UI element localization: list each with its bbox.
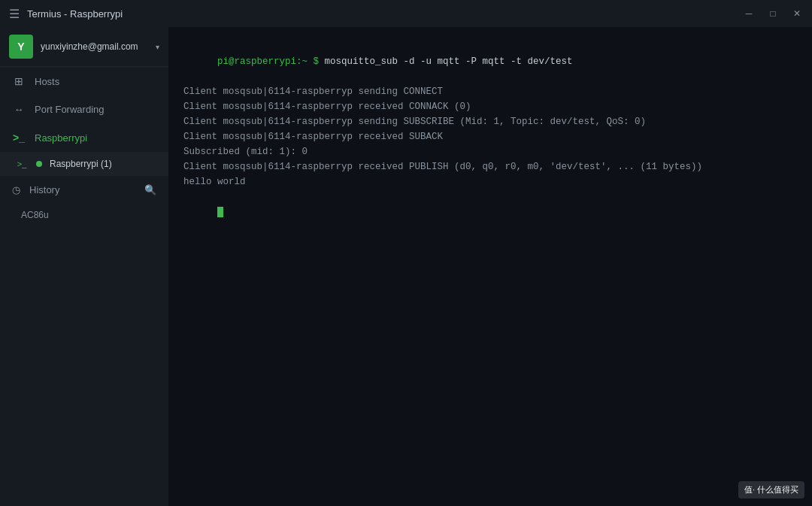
user-email: yunxiyinzhe@gmail.com (41, 41, 148, 52)
history-item-ac86u[interactable]: AC86u (0, 204, 168, 226)
maximize-button[interactable]: □ (767, 8, 779, 19)
user-row[interactable]: Y yunxiyinzhe@gmail.com ▾ (0, 27, 168, 67)
terminal-cursor (217, 207, 223, 217)
titlebar: ☰ Termius - Raspberrypi ─ □ ✕ (0, 0, 812, 27)
close-button[interactable]: ✕ (791, 8, 803, 19)
hamburger-icon[interactable]: ☰ (9, 7, 20, 21)
titlebar-left: ☰ Termius - Raspberrypi (9, 7, 123, 21)
session-item-raspberrypi-1[interactable]: >_ Raspberrypi (1) (0, 152, 168, 176)
terminal-panel[interactable]: pi@raspberrypi:~ $ mosquitto_sub -d -u m… (168, 27, 812, 506)
history-header: ◷ History 🔍 (0, 176, 168, 204)
chevron-down-icon: ▾ (156, 43, 159, 51)
history-item-label: AC86u (21, 210, 49, 220)
session-active-dot (36, 161, 42, 167)
terminal-line-4: Client mosqsub|6114-raspberryp received … (183, 129, 797, 144)
terminal-icon: >_ (12, 132, 26, 144)
terminal-line-5: Subscribed (mid: 1): 0 (183, 144, 797, 159)
terminal-cursor-line (183, 189, 797, 235)
titlebar-title: Termius - Raspberrypi (27, 8, 123, 20)
hosts-icon: ⊞ (12, 75, 26, 87)
terminal-line-1: Client mosqsub|6114-raspberryp sending C… (183, 84, 797, 99)
terminal-prompt: pi@raspberrypi:~ $ (217, 56, 325, 67)
sidebar-item-raspberrypi[interactable]: >_ Raspberrypi (0, 123, 168, 152)
terminal-line-2: Client mosqsub|6114-raspberryp received … (183, 99, 797, 114)
search-icon[interactable]: 🔍 (144, 184, 156, 195)
terminal-line-3: Client mosqsub|6114-raspberryp sending S… (183, 114, 797, 129)
session-label: Raspberrypi (1) (50, 159, 156, 169)
minimize-button[interactable]: ─ (743, 8, 755, 19)
history-label: History (29, 184, 135, 195)
terminal-small-icon: >_ (15, 159, 29, 168)
main-layout: Y yunxiyinzhe@gmail.com ▾ ⊞ Hosts ↔ Port… (0, 27, 812, 506)
watermark: 值· 什么值得买 (738, 481, 804, 498)
sidebar-item-label: Raspberrypi (35, 132, 156, 144)
sidebar: Y yunxiyinzhe@gmail.com ▾ ⊞ Hosts ↔ Port… (0, 27, 168, 506)
terminal-line-6: Client mosqsub|6114-raspberryp received … (183, 159, 797, 174)
history-icon: ◷ (12, 184, 20, 195)
sidebar-item-label: Hosts (35, 76, 156, 87)
titlebar-controls: ─ □ ✕ (743, 8, 803, 19)
sidebar-item-label: Port Forwarding (35, 104, 156, 115)
sidebar-item-hosts[interactable]: ⊞ Hosts (0, 67, 168, 95)
sidebar-item-port-forwarding[interactable]: ↔ Port Forwarding (0, 95, 168, 123)
terminal-line-0: pi@raspberrypi:~ $ mosquitto_sub -d -u m… (183, 39, 797, 84)
avatar: Y (9, 35, 33, 59)
terminal-line-7: hello world (183, 174, 797, 189)
port-forwarding-icon: ↔ (12, 104, 26, 115)
